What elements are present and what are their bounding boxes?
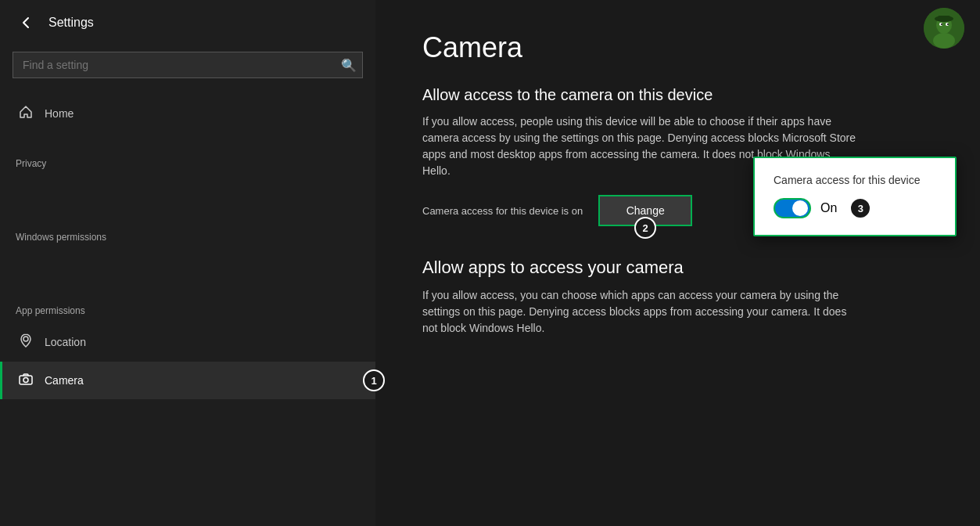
sidebar-title: Settings [48,16,94,30]
device-access-text: Camera access for this device is on [422,205,583,217]
sidebar-item-camera-label: Camera [45,374,84,387]
page-title: Camera [422,31,933,64]
search-box: 🔍 [13,52,363,78]
avatar [924,8,964,49]
privacy-section-label: Privacy [0,149,375,175]
svg-point-10 [941,23,942,25]
svg-point-11 [947,23,949,25]
step1-badge: 1 [363,369,385,391]
sidebar: Settings 🔍 Home Privacy Windows permissi… [0,0,375,526]
location-icon [18,333,34,351]
camera-icon [18,373,34,388]
svg-point-2 [23,378,28,383]
camera-access-popup: Camera access for this device On 3 [753,157,957,236]
sidebar-header: Settings [0,0,375,45]
svg-rect-1 [20,376,32,384]
sidebar-item-location-label: Location [45,336,86,348]
home-icon [18,105,34,122]
section2-heading: Allow apps to access your camera [422,258,933,278]
windows-permissions-label: Windows permissions [0,222,375,249]
back-button[interactable] [16,13,36,33]
sidebar-item-location[interactable]: Location [0,322,375,362]
toggle-switch[interactable] [774,198,811,218]
section1-heading: Allow access to the camera on this devic… [422,86,933,104]
app-permissions-label: App permissions [0,296,375,322]
main-content: Camera Allow access to the camera on thi… [375,0,980,526]
toggle-knob [792,200,808,216]
sidebar-item-home[interactable]: Home [0,94,375,133]
search-input[interactable] [13,52,363,78]
svg-point-5 [933,33,955,49]
svg-rect-7 [938,16,950,20]
step3-badge: 3 [849,197,871,219]
svg-point-0 [23,337,28,341]
toggle-label: On [820,201,837,215]
sidebar-item-home-label: Home [45,107,74,120]
step2-badge: 2 [634,217,656,239]
popup-title: Camera access for this device [774,174,936,186]
search-icon-button[interactable]: 🔍 [341,58,357,73]
toggle-row: On 3 [774,197,936,219]
sidebar-item-camera[interactable]: Camera 1 [0,362,375,399]
section2-description: If you allow access, you can choose whic… [422,287,860,337]
